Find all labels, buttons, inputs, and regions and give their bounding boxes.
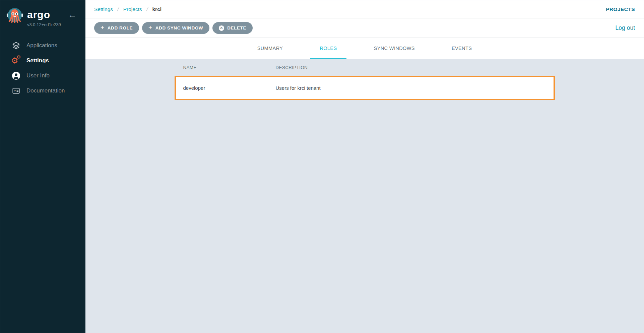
app-name: argo	[27, 10, 61, 20]
times-circle-icon: ✕	[219, 25, 224, 31]
column-header-name: NAME	[183, 65, 276, 70]
sidebar-item-label: Applications	[26, 42, 57, 49]
add-role-button-label: ADD ROLE	[108, 25, 133, 30]
delete-button-label: DELETE	[227, 25, 246, 30]
breadcrumb-bar: Settings / Projects / krci PROJECTS	[85, 0, 644, 18]
main-area: Settings / Projects / krci PROJECTS + AD…	[85, 0, 644, 333]
content-area: NAME DESCRIPTION developer Users for krc…	[85, 59, 644, 333]
user-circle-icon	[12, 71, 20, 80]
sidebar-item-documentation[interactable]: ? Documentation	[0, 83, 85, 98]
table-header: NAME DESCRIPTION	[175, 59, 555, 76]
breadcrumb-link-projects[interactable]: Projects	[123, 6, 142, 12]
delete-button[interactable]: ✕ DELETE	[212, 22, 253, 34]
sidebar-item-label: User Info	[26, 72, 50, 79]
sidebar-collapse-arrow-icon[interactable]: ←	[68, 10, 77, 19]
sidebar-item-applications[interactable]: Applications	[0, 38, 85, 53]
role-name-cell: developer	[183, 85, 276, 91]
table-row-developer-highlighted[interactable]: developer Users for krci tenant	[175, 76, 555, 100]
tab-sync-windows[interactable]: SYNC WINDOWS	[364, 38, 424, 59]
add-role-button[interactable]: + ADD ROLE	[94, 22, 139, 34]
add-sync-window-button-label: ADD SYNC WINDOW	[155, 25, 203, 30]
projects-link[interactable]: PROJECTS	[606, 6, 635, 12]
logo-texts: argo v3.0.12+ed1e239	[27, 7, 61, 27]
tab-summary[interactable]: SUMMARY	[248, 38, 293, 59]
app-window: argo v3.0.12+ed1e239 ← Applications ⚙⚙	[0, 0, 644, 333]
toolbar: + ADD ROLE + ADD SYNC WINDOW ✕ DELETE Lo…	[85, 18, 644, 38]
logout-link[interactable]: Log out	[616, 24, 635, 31]
sidebar-item-label: Documentation	[26, 87, 65, 94]
toolbar-buttons: + ADD ROLE + ADD SYNC WINDOW ✕ DELETE	[94, 22, 256, 34]
help-doc-icon: ?	[12, 86, 20, 95]
sidebar-nav: Applications ⚙⚙ Settings User Info	[0, 38, 85, 98]
sidebar: argo v3.0.12+ed1e239 ← Applications ⚙⚙	[0, 0, 85, 333]
tab-roles[interactable]: ROLES	[310, 38, 346, 59]
breadcrumb-separator: /	[117, 6, 120, 13]
roles-table: NAME DESCRIPTION developer Users for krc…	[175, 59, 555, 100]
layers-icon	[12, 41, 20, 50]
tabs-bar: SUMMARY ROLES SYNC WINDOWS EVENTS	[85, 38, 644, 59]
sidebar-item-settings[interactable]: ⚙⚙ Settings	[0, 53, 85, 68]
breadcrumb-current-project: krci	[152, 6, 162, 12]
gears-icon: ⚙⚙	[12, 56, 20, 65]
add-sync-window-button[interactable]: + ADD SYNC WINDOW	[142, 22, 209, 34]
breadcrumb-link-settings[interactable]: Settings	[94, 6, 113, 12]
argo-octopus-logo-icon[interactable]	[6, 7, 23, 26]
sidebar-item-user-info[interactable]: User Info	[0, 68, 85, 83]
plus-icon: +	[101, 24, 105, 31]
role-description-cell: Users for krci tenant	[276, 85, 546, 91]
breadcrumb: Settings / Projects / krci	[94, 6, 162, 13]
sidebar-item-label: Settings	[26, 57, 49, 64]
plus-icon: +	[148, 24, 152, 31]
tab-events[interactable]: EVENTS	[442, 38, 481, 59]
column-header-description: DESCRIPTION	[276, 65, 546, 70]
app-version: v3.0.12+ed1e239	[27, 22, 61, 27]
breadcrumb-separator: /	[146, 6, 149, 13]
svg-text:?: ?	[14, 89, 16, 92]
